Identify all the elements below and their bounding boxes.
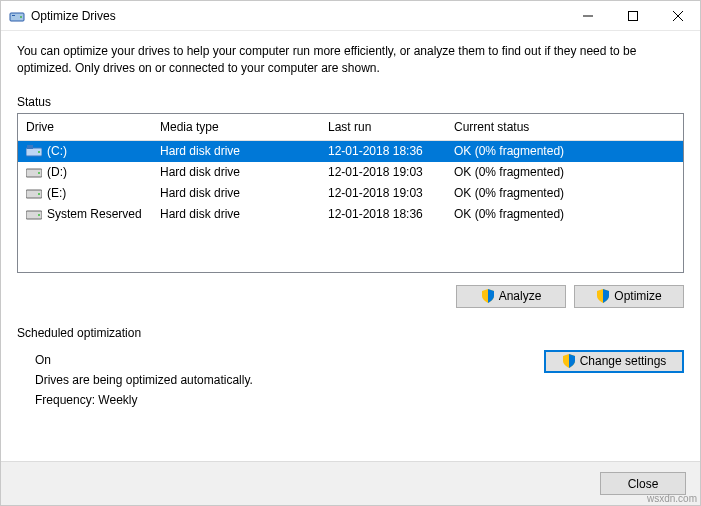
window-title: Optimize Drives [31, 9, 565, 23]
change-settings-button[interactable]: Change settings [544, 350, 684, 373]
optimize-label: Optimize [614, 289, 661, 303]
drive-status: OK (0% fragmented) [446, 144, 683, 158]
svg-rect-1 [12, 15, 15, 16]
maximize-button[interactable] [610, 1, 655, 31]
change-settings-label: Change settings [580, 354, 667, 368]
drives-list: Drive Media type Last run Current status… [17, 113, 684, 273]
drive-last-run: 12-01-2018 18:36 [320, 207, 446, 221]
drive-last-run: 12-01-2018 19:03 [320, 186, 446, 200]
scheduled-state: On [35, 350, 544, 370]
action-buttons: Analyze Optimize [17, 285, 684, 308]
svg-rect-4 [628, 11, 637, 20]
shield-icon [596, 289, 610, 303]
analyze-button[interactable]: Analyze [456, 285, 566, 308]
scheduled-text: On Drives are being optimized automatica… [35, 350, 544, 411]
minimize-icon [583, 11, 593, 21]
content-area: You can optimize your drives to help you… [1, 31, 700, 461]
drive-name: System Reserved [47, 207, 142, 221]
shield-icon [562, 354, 576, 368]
scheduled-frequency: Frequency: Weekly [35, 390, 544, 410]
drive-name: (D:) [47, 165, 67, 179]
column-media-type[interactable]: Media type [152, 114, 320, 140]
drive-icon [26, 187, 42, 199]
drive-last-run: 12-01-2018 18:36 [320, 144, 446, 158]
scheduled-body: On Drives are being optimized automatica… [17, 344, 684, 411]
drive-status: OK (0% fragmented) [446, 186, 683, 200]
svg-point-13 [38, 193, 40, 195]
drive-icon [26, 208, 42, 220]
svg-point-15 [38, 214, 40, 216]
scheduled-section-label: Scheduled optimization [17, 326, 684, 340]
optimize-drives-icon [9, 8, 25, 24]
drive-last-run: 12-01-2018 19:03 [320, 165, 446, 179]
close-icon [673, 11, 683, 21]
drive-status: OK (0% fragmented) [446, 207, 683, 221]
drive-name: (E:) [47, 186, 66, 200]
svg-rect-8 [27, 145, 33, 149]
status-section-label: Status [17, 95, 684, 109]
svg-point-11 [38, 172, 40, 174]
watermark: wsxdn.com [647, 493, 697, 504]
close-button[interactable]: Close [600, 472, 686, 495]
drive-status: OK (0% fragmented) [446, 165, 683, 179]
drive-rows: (C:)Hard disk drive12-01-2018 18:36OK (0… [18, 141, 683, 272]
drive-media: Hard disk drive [152, 165, 320, 179]
change-settings-wrap: Change settings [544, 350, 684, 411]
column-current-status[interactable]: Current status [446, 114, 683, 140]
svg-point-9 [38, 151, 40, 153]
column-drive[interactable]: Drive [18, 114, 152, 140]
maximize-icon [628, 11, 638, 21]
drive-icon [26, 166, 42, 178]
table-row[interactable]: (C:)Hard disk drive12-01-2018 18:36OK (0… [18, 141, 683, 162]
table-row[interactable]: (D:)Hard disk drive12-01-2018 19:03OK (0… [18, 162, 683, 183]
optimize-button[interactable]: Optimize [574, 285, 684, 308]
drive-name: (C:) [47, 144, 67, 158]
drive-media: Hard disk drive [152, 207, 320, 221]
description-text: You can optimize your drives to help you… [17, 43, 684, 77]
close-window-button[interactable] [655, 1, 700, 31]
minimize-button[interactable] [565, 1, 610, 31]
footer: Close [1, 461, 700, 505]
drive-media: Hard disk drive [152, 144, 320, 158]
column-headers: Drive Media type Last run Current status [18, 114, 683, 141]
titlebar: Optimize Drives [1, 1, 700, 31]
close-label: Close [628, 477, 659, 491]
drive-media: Hard disk drive [152, 186, 320, 200]
column-last-run[interactable]: Last run [320, 114, 446, 140]
shield-icon [481, 289, 495, 303]
table-row[interactable]: System ReservedHard disk drive12-01-2018… [18, 204, 683, 225]
analyze-label: Analyze [499, 289, 542, 303]
table-row[interactable]: (E:)Hard disk drive12-01-2018 19:03OK (0… [18, 183, 683, 204]
drive-icon [26, 145, 42, 157]
scheduled-desc: Drives are being optimized automatically… [35, 370, 544, 390]
svg-point-2 [20, 16, 22, 18]
